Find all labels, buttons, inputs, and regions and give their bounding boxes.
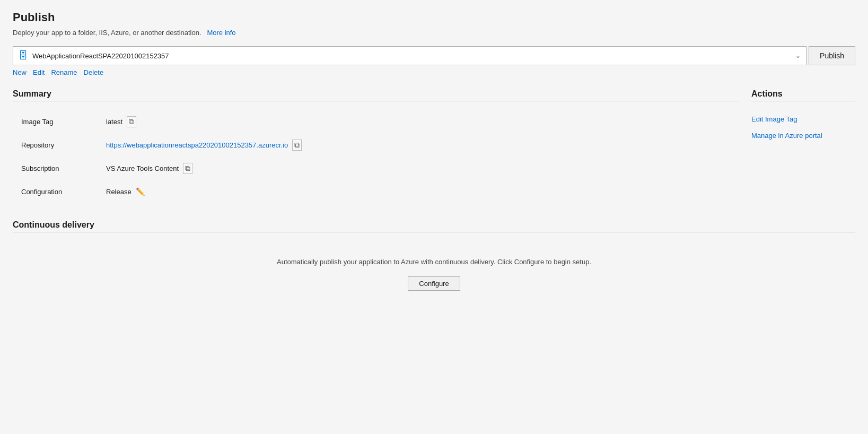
- repository-label: Repository: [21, 141, 106, 149]
- actions-divider: [751, 101, 855, 101]
- more-info-link[interactable]: More info: [207, 29, 235, 37]
- repository-value: https://webapplicationreactspa2202010021…: [106, 140, 730, 151]
- configuration-edit-icon[interactable]: ✏️: [136, 187, 145, 196]
- configuration-text: Release: [106, 188, 131, 196]
- new-action-link[interactable]: New: [13, 68, 27, 76]
- manage-azure-portal-link[interactable]: Manage in Azure portal: [751, 132, 855, 140]
- continuous-delivery-divider: [13, 232, 855, 232]
- actions-title: Actions: [751, 89, 855, 99]
- image-tag-value: latest ⧉: [106, 116, 730, 127]
- subscription-value: VS Azure Tools Content ⧉: [106, 163, 730, 174]
- configure-button[interactable]: Configure: [408, 276, 460, 291]
- rename-action-link[interactable]: Rename: [51, 68, 77, 76]
- edit-action-link[interactable]: Edit: [33, 68, 45, 76]
- action-links: Edit Image Tag Manage in Azure portal: [751, 110, 855, 140]
- cd-description: Automatically publish your application t…: [277, 258, 591, 266]
- summary-section: Summary Image Tag latest ⧉ Repository ht…: [13, 89, 739, 203]
- summary-divider: [13, 101, 739, 101]
- repository-link[interactable]: https://webapplicationreactspa2202010021…: [106, 141, 288, 149]
- subscription-copy-icon[interactable]: ⧉: [183, 163, 192, 174]
- cd-body: Automatically publish your application t…: [13, 241, 855, 299]
- configuration-value: Release ✏️: [106, 187, 730, 196]
- profile-select[interactable]: WebApplicationReactSPA220201002152357: [32, 52, 795, 60]
- continuous-delivery-section: Continuous delivery Automatically publis…: [13, 220, 855, 299]
- image-tag-label: Image Tag: [21, 118, 106, 126]
- profile-icon: 🗄: [19, 50, 28, 62]
- publish-bar: 🗄 WebApplicationReactSPA220201002152357 …: [13, 46, 855, 65]
- profile-actions: New Edit Rename Delete: [13, 68, 855, 76]
- image-tag-text: latest: [106, 118, 122, 126]
- subscription-label: Subscription: [21, 164, 106, 172]
- subscription-text: VS Azure Tools Content: [106, 164, 179, 172]
- summary-title: Summary: [13, 89, 739, 99]
- image-tag-copy-icon[interactable]: ⧉: [127, 116, 136, 127]
- table-row: Configuration Release ✏️: [13, 180, 739, 203]
- table-row: Repository https://webapplicationreactsp…: [13, 133, 739, 157]
- configuration-label: Configuration: [21, 188, 106, 196]
- main-content: Summary Image Tag latest ⧉ Repository ht…: [13, 89, 855, 203]
- delete-action-link[interactable]: Delete: [84, 68, 104, 76]
- edit-image-tag-link[interactable]: Edit Image Tag: [751, 115, 855, 123]
- page-subtitle: Deploy your app to a folder, IIS, Azure,…: [13, 29, 855, 37]
- profile-select-wrapper: 🗄 WebApplicationReactSPA220201002152357 …: [13, 46, 806, 65]
- page-container: Publish Deploy your app to a folder, IIS…: [0, 0, 868, 434]
- repository-copy-icon[interactable]: ⧉: [292, 140, 302, 151]
- summary-rows: Image Tag latest ⧉ Repository https://we…: [13, 110, 739, 203]
- publish-button[interactable]: Publish: [809, 46, 855, 65]
- table-row: Subscription VS Azure Tools Content ⧉: [13, 157, 739, 180]
- actions-section: Actions Edit Image Tag Manage in Azure p…: [739, 89, 855, 203]
- dropdown-arrow-icon: ⌄: [795, 52, 801, 59]
- table-row: Image Tag latest ⧉: [13, 110, 739, 133]
- page-title: Publish: [13, 11, 855, 24]
- continuous-delivery-title: Continuous delivery: [13, 220, 855, 230]
